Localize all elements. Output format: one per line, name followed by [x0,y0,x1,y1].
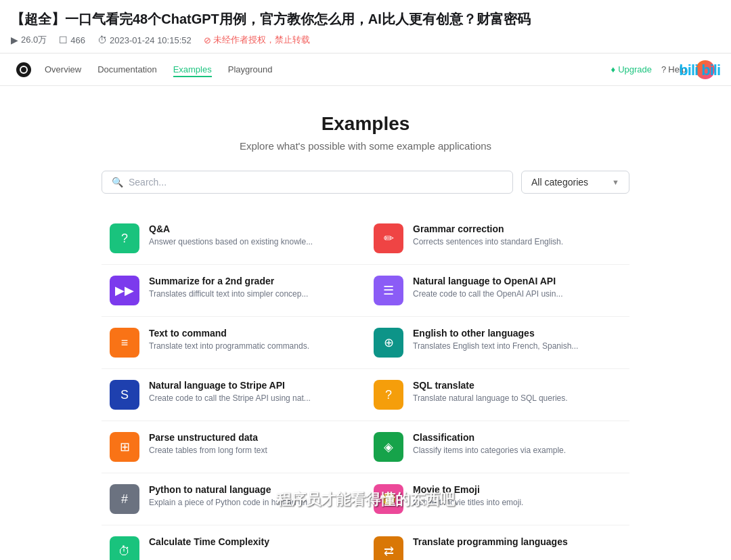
example-item[interactable]: ≡ Text to command Translate text into pr… [102,317,366,369]
chevron-down-icon: ▼ [612,178,619,186]
example-item[interactable]: ⊕ English to other languages Translates … [366,317,629,369]
example-item[interactable]: ? SQL translate Translate natural langua… [366,369,629,421]
upgrade-button[interactable]: ♦ Upgrade [611,64,652,74]
example-item[interactable]: ✏ Grammar correction Corrects sentences … [366,213,629,265]
example-name: Calculate Time Complexity [149,536,269,547]
openai-content: Examples Explore what's possible with so… [88,86,643,560]
example-item[interactable]: 😊 Movie to Emoji Convert movie titles in… [366,473,629,525]
example-desc: Create code to call the Stripe API using… [149,393,311,404]
example-desc: Translate text into programmatic command… [149,341,309,352]
example-item[interactable]: ? Q&A Answer questions based on existing… [102,213,366,265]
video-meta: ▶ 26.0万 ☐ 466 ⏱ 2023-01-24 10:15:52 ⊘ 未经… [11,34,720,46]
example-desc: Translates difficult text into simpler c… [149,288,308,300]
search-row: 🔍 Search... All categories ▼ [102,171,629,194]
example-icon: ⏱ [110,536,139,560]
page-title: Examples [102,113,629,135]
example-desc: Classify items into categories via examp… [413,445,566,456]
nav-documentation[interactable]: Documentation [97,62,156,77]
title-bar: 【超全】一口气看完48个ChatGPT用例，官方教你怎么用，AI比人更有创意？财… [0,0,731,53]
example-icon: ☰ [374,276,403,305]
video-title: 【超全】一口气看完48个ChatGPT用例，官方教你怎么用，AI比人更有创意？财… [11,9,720,28]
example-desc: Convert movie titles into emoji. [413,497,523,509]
example-desc: Translate natural language to SQL querie… [413,393,568,404]
no-icon: ⊘ [204,35,211,45]
example-name: Python to natural language [149,484,314,495]
example-item[interactable]: S Natural language to Stripe API Create … [102,369,366,421]
nav-overview[interactable]: Overview [45,62,81,77]
example-icon: S [110,380,139,410]
example-name: Grammar correction [413,223,563,234]
view-count: ▶ 26.0万 [11,34,47,46]
category-dropdown[interactable]: All categories ▼ [521,171,629,194]
nav-playground[interactable]: Playground [228,62,273,77]
bilibili-logo: bili bili [679,62,720,79]
example-name: Text to command [149,328,309,339]
example-name: Q&A [149,223,313,234]
no-repost-notice: ⊘ 未经作者授权，禁止转载 [204,34,310,46]
example-icon: ✏ [374,223,403,253]
example-name: English to other languages [413,328,578,339]
example-item[interactable]: ⏱ Calculate Time Complexity [102,525,366,560]
example-desc: Translates English text into French, Spa… [413,341,578,352]
openai-nav: Overview Documentation Examples Playgrou… [0,53,731,86]
example-item[interactable]: ⇄ Translate programming languages [366,525,629,560]
example-desc: Answer questions based on existing knowl… [149,236,313,248]
example-name: Natural language to OpenAI API [413,276,562,286]
example-name: Movie to Emoji [413,484,523,495]
example-icon: ? [110,223,139,253]
help-circle-icon: ? [661,64,666,74]
example-icon: 😊 [374,484,403,514]
example-name: Classification [413,432,566,443]
example-item[interactable]: # Python to natural language Explain a p… [102,473,366,525]
example-item[interactable]: ◈ Classification Classify items into cat… [366,421,629,473]
example-name: Parse unstructured data [149,432,267,443]
example-name: Summarize for a 2nd grader [149,276,308,286]
example-icon: ⇄ [374,536,403,560]
example-icon: ⊕ [374,328,403,358]
example-name: Natural language to Stripe API [149,380,311,391]
logo-inner [20,66,28,74]
example-icon: # [110,484,139,514]
examples-grid: ? Q&A Answer questions based on existing… [102,213,629,560]
search-box[interactable]: 🔍 Search... [102,171,513,194]
example-icon: ? [374,380,403,410]
example-name: Translate programming languages [413,536,568,547]
search-icon: 🔍 [112,177,123,188]
clock-icon: ⏱ [97,35,107,45]
comment-count: ☐ 466 [59,35,85,45]
upload-date: ⏱ 2023-01-24 10:15:52 [97,35,192,45]
page-subtitle: Explore what's possible with some exampl… [102,140,629,152]
example-item[interactable]: ▶▶ Summarize for a 2nd grader Translates… [102,265,366,317]
openai-page: Overview Documentation Examples Playgrou… [0,53,731,560]
nav-links: Overview Documentation Examples Playgrou… [45,62,611,77]
play-icon: ▶ [11,35,18,45]
comment-icon: ☐ [59,35,68,45]
diamond-icon: ♦ [611,64,616,74]
example-item[interactable]: ⊞ Parse unstructured data Create tables … [102,421,366,473]
example-desc: Create code to call the OpenAI API usin.… [413,288,562,300]
openai-logo [16,62,31,77]
example-icon: ▶▶ [110,276,139,305]
example-icon: ◈ [374,432,403,462]
example-desc: Create tables from long form text [149,445,267,456]
example-desc: Explain a piece of Python code in human … [149,497,314,509]
example-item[interactable]: ☰ Natural language to OpenAI API Create … [366,265,629,317]
search-input[interactable]: Search... [129,177,167,188]
example-icon: ⊞ [110,432,139,462]
example-desc: Corrects sentences into standard English… [413,236,563,248]
example-name: SQL translate [413,380,568,391]
example-icon: ≡ [110,328,139,358]
nav-examples[interactable]: Examples [173,62,212,77]
